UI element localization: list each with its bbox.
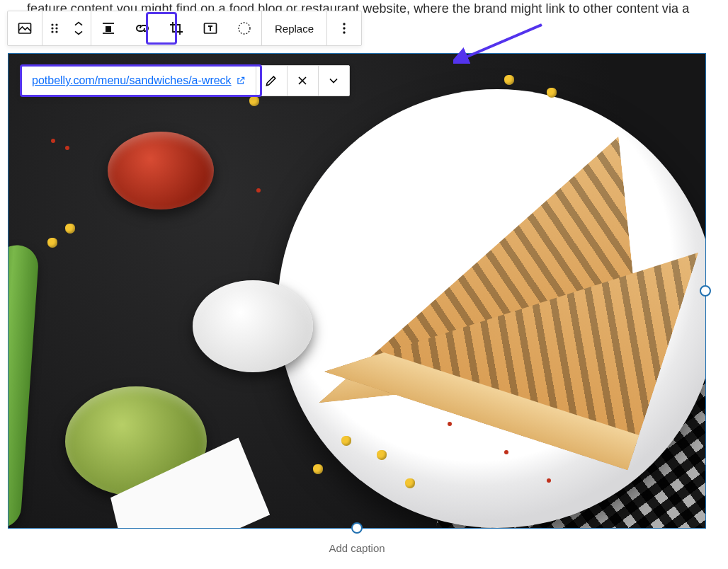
caption-input[interactable]: Add caption xyxy=(8,535,705,561)
text-overlay-button[interactable] xyxy=(193,11,227,45)
align-icon xyxy=(100,20,117,37)
move-buttons[interactable] xyxy=(67,11,91,45)
link-icon xyxy=(134,20,151,37)
svg-rect-7 xyxy=(106,26,111,32)
drag-handle-icon xyxy=(46,20,63,37)
svg-point-4 xyxy=(55,27,57,29)
resize-handle-right[interactable] xyxy=(700,285,711,297)
replace-button[interactable]: Replace xyxy=(262,11,326,45)
close-icon xyxy=(295,74,309,88)
drag-handle[interactable] xyxy=(42,11,67,45)
duotone-button[interactable] xyxy=(227,11,261,45)
link-settings-button[interactable] xyxy=(318,66,349,96)
svg-point-6 xyxy=(55,30,57,33)
image-block[interactable] xyxy=(8,54,705,528)
link-button[interactable] xyxy=(125,11,159,45)
duotone-icon xyxy=(236,20,253,37)
link-url-text: potbelly.com/menu/sandwiches/a-wreck xyxy=(32,74,232,87)
svg-point-1 xyxy=(51,23,53,25)
svg-point-11 xyxy=(343,27,345,29)
svg-point-9 xyxy=(239,23,250,34)
svg-point-2 xyxy=(55,23,57,25)
svg-point-10 xyxy=(343,23,345,25)
svg-point-5 xyxy=(51,30,53,33)
external-link-icon xyxy=(236,76,246,86)
text-overlay-icon xyxy=(202,20,219,37)
block-type-button[interactable] xyxy=(8,11,42,45)
align-button[interactable] xyxy=(91,11,125,45)
more-options-button[interactable] xyxy=(327,11,361,45)
link-url[interactable]: potbelly.com/menu/sandwiches/a-wreck xyxy=(22,66,256,96)
crop-button[interactable] xyxy=(159,11,193,45)
edit-link-button[interactable] xyxy=(256,66,287,96)
image-icon xyxy=(16,20,33,37)
more-options-icon xyxy=(336,20,353,37)
svg-point-3 xyxy=(51,27,53,29)
link-popover: potbelly.com/menu/sandwiches/a-wreck xyxy=(21,65,350,96)
chevron-down-icon xyxy=(326,74,341,88)
svg-point-12 xyxy=(343,31,345,33)
image-content xyxy=(8,54,705,528)
crop-icon xyxy=(168,20,185,37)
remove-link-button[interactable] xyxy=(287,66,318,96)
move-up-down-icon xyxy=(72,21,85,36)
resize-handle-bottom[interactable] xyxy=(351,522,363,534)
pencil-icon xyxy=(264,74,278,88)
block-toolbar: Replace xyxy=(7,11,362,46)
